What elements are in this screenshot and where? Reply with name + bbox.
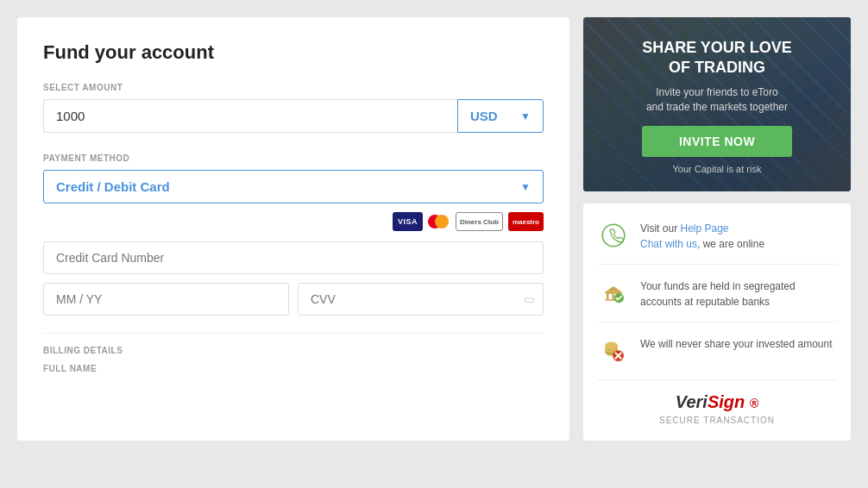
currency-dropdown[interactable]: USD ▼ [457, 99, 544, 133]
payment-method-dropdown[interactable]: Credit / Debit Card ▼ [43, 170, 544, 203]
currency-chevron-icon: ▼ [520, 110, 531, 122]
svg-point-13 [605, 342, 617, 349]
phone-icon [597, 219, 630, 252]
invite-banner: SHARE YOUR LOVE OF TRADING Invite your f… [583, 17, 851, 191]
card-icons-row: VISA Diners Club maestro [43, 212, 544, 231]
svg-rect-2 [607, 294, 608, 299]
right-panel: SHARE YOUR LOVE OF TRADING Invite your f… [583, 17, 851, 441]
amount-row: USD ▼ [43, 99, 544, 133]
secure-transaction-label: SECURE TRANSACTION [659, 416, 775, 425]
payment-method-value: Credit / Debit Card [56, 179, 170, 194]
invite-now-button[interactable]: INVITE NOW [642, 126, 792, 157]
cvv-card-icon: ▭ [524, 292, 535, 306]
left-panel: Fund your account SELECT AMOUNT USD ▼ PA… [17, 17, 569, 441]
payment-dropdown-chevron-icon: ▼ [520, 181, 531, 193]
verisign-section: VeriSign ® SECURE TRANSACTION [597, 392, 837, 425]
fullname-label: FULL NAME [43, 364, 544, 373]
maestro-icon: maestro [508, 212, 544, 231]
cvv-input[interactable] [298, 283, 544, 316]
info-funds-text: Your funds are held in segregated accoun… [640, 277, 837, 310]
svg-marker-6 [605, 286, 621, 291]
page-wrapper: Fund your account SELECT AMOUNT USD ▼ PA… [9, 9, 859, 449]
visa-icon: VISA [393, 212, 423, 231]
info-help-text: Visit our Help PageChat with us, we are … [640, 219, 764, 252]
card-expiry-cvv-row: ▭ [43, 283, 544, 316]
banner-title: SHARE YOUR LOVE OF TRADING [642, 38, 792, 78]
info-row-privacy: We will never share your invested amount [597, 335, 837, 367]
help-page-link[interactable]: Help Page [680, 222, 728, 235]
cvv-wrapper: ▭ [298, 283, 544, 316]
info-row-funds: Your funds are held in segregated accoun… [597, 277, 837, 310]
mastercard-icon [428, 215, 450, 228]
coins-icon [597, 335, 630, 367]
info-row-help: Visit our Help PageChat with us, we are … [597, 219, 837, 252]
divider-1 [597, 264, 837, 265]
svg-point-0 [602, 225, 625, 247]
divider-3 [597, 379, 837, 380]
divider-2 [597, 322, 837, 322]
info-privacy-text: We will never share your invested amount [640, 335, 833, 352]
info-card: Visit our Help PageChat with us, we are … [583, 203, 851, 441]
billing-section: BILLING DETAILS FULL NAME [43, 333, 544, 373]
verisign-logo: VeriSign ® [676, 392, 758, 412]
bank-icon [597, 277, 630, 310]
page-title: Fund your account [43, 41, 544, 64]
banner-subtitle: Invite your friends to eToro and trade t… [642, 85, 792, 115]
payment-method-section: PAYMENT METHOD Credit / Debit Card ▼ VIS… [43, 153, 544, 316]
currency-value: USD [470, 109, 498, 123]
amount-section: SELECT AMOUNT USD ▼ [43, 83, 544, 133]
credit-card-number-input[interactable] [43, 241, 544, 274]
svg-rect-3 [612, 294, 613, 299]
banner-content: SHARE YOUR LOVE OF TRADING Invite your f… [642, 38, 792, 174]
payment-method-label: PAYMENT METHOD [43, 153, 544, 163]
expiry-input[interactable] [43, 283, 289, 316]
diners-icon: Diners Club [456, 212, 503, 231]
banner-disclaimer: Your Capital is at risk [642, 164, 792, 174]
chat-with-us-link[interactable]: Chat with us [640, 238, 697, 250]
billing-label: BILLING DETAILS [43, 346, 544, 355]
expiry-wrapper [43, 283, 289, 316]
amount-input[interactable] [43, 99, 457, 133]
select-amount-label: SELECT AMOUNT [43, 83, 544, 92]
